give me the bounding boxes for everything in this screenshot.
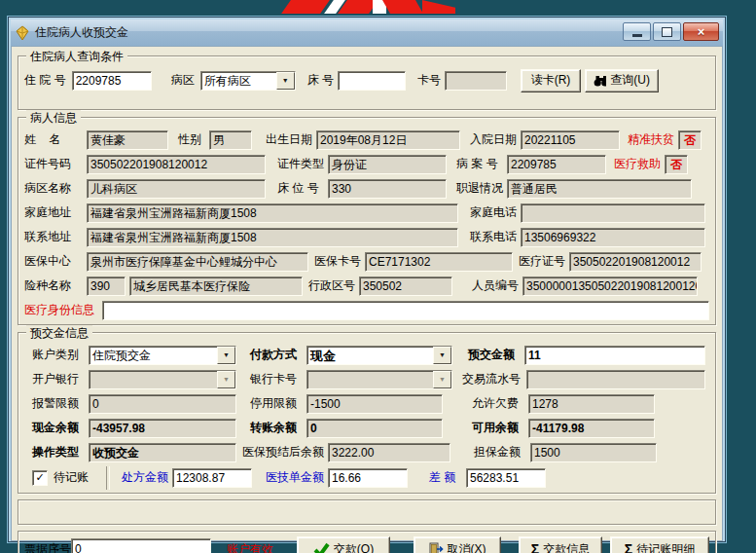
query-group: 住院病人查询条件 住 院 号 病区 所有病区 ▼ 床 号 卡号 读卡(R) — [18, 55, 716, 110]
prepay-row-5: 操作类型 收预交金 医保预结后余额 3222.00 担保金额 1500 — [24, 440, 709, 464]
bank-card-select: ▼ — [306, 370, 452, 389]
diff-amount-input[interactable] — [466, 468, 546, 488]
prepay-row-6: ✓ 待记账 处方金额 医技单金额 差 额 — [24, 464, 709, 491]
transaction-no-field — [526, 370, 705, 389]
alarm-limit-label: 报警限额 — [32, 395, 89, 412]
pending-detail-button[interactable]: Σ 待记账明细 — [610, 536, 709, 553]
pay-method-select[interactable]: 现金 ▼ — [306, 346, 452, 365]
pending-label: 待记账 — [54, 469, 96, 486]
birth-date-label: 出生日期 — [266, 131, 316, 148]
bank-card-value — [307, 371, 433, 388]
rx-amount-label: 处方金额 — [122, 469, 172, 486]
receipt-no-label: 票据序号 — [24, 541, 71, 553]
chevron-down-icon[interactable]: ▼ — [276, 72, 295, 90]
minimize-icon — [632, 34, 642, 37]
medical-identity-input[interactable] — [102, 301, 709, 320]
patient-row-1: 姓 名 黄佳豪 性别 男 出生日期 2019年08月12日 入院日期 20221… — [24, 128, 709, 152]
patient-row-3: 病区名称 儿科病区 床 位 号 330 职退情况 普通居民 — [24, 176, 709, 201]
query-group-title: 住院病人查询条件 — [26, 49, 127, 65]
poverty-field: 否 — [678, 130, 702, 150]
pending-checkbox[interactable]: ✓ — [32, 470, 48, 486]
payment-info-button[interactable]: Σ 交款信息 — [519, 536, 602, 553]
prepay-amount-input[interactable] — [524, 346, 705, 365]
name-field: 黄佳豪 — [87, 130, 168, 150]
tech-amount-label: 医技单金额 — [266, 469, 328, 486]
rx-amount-input[interactable] — [172, 468, 252, 488]
insurance-center-field: 泉州市医疗保障基金中心鲤城分中心 — [87, 252, 308, 272]
chevron-down-icon[interactable]: ▼ — [217, 347, 235, 364]
receipt-no-input[interactable] — [71, 538, 211, 553]
patient-row-6: 医保中心 泉州市医疗保障基金中心鲤城分中心 医保卡号 CE7171302 医疗证… — [24, 249, 709, 274]
ward-name-field: 儿科病区 — [87, 179, 266, 199]
cancel-button[interactable]: 取消(X) — [414, 536, 501, 553]
chevron-down-icon: ▼ — [217, 371, 235, 388]
birth-date-field: 2019年08月12日 — [316, 130, 460, 150]
id-type-field: 身份证 — [328, 155, 447, 174]
available-balance-label: 可用余额 — [472, 420, 528, 436]
bank-label: 开户银行 — [32, 371, 89, 387]
bed-label: 床 号 — [307, 72, 334, 89]
transfer-balance-field: 0 — [306, 419, 443, 438]
binoculars-icon — [594, 75, 606, 87]
bed-input[interactable] — [338, 71, 406, 91]
window-gem-icon — [15, 25, 30, 41]
available-balance-field: -41179.98 — [528, 419, 655, 438]
pay-method-label: 付款方式 — [250, 347, 306, 363]
person-no-field: 3500000135050220190812001201 — [522, 276, 698, 296]
insurance-pre-balance-field: 3222.00 — [328, 443, 450, 462]
patient-row-8: 医疗身份信息 — [24, 298, 709, 322]
guarantee-amount-field: 1500 — [530, 443, 657, 462]
insurance-type-name-field: 城乡居民基本医疗保险 — [129, 276, 303, 296]
title-bar[interactable]: 住院病人收预交金 × — [11, 19, 723, 46]
check-icon: ✓ — [35, 472, 44, 483]
operation-type-field: 收预交金 — [89, 443, 236, 462]
bed-no-label: 床 位 号 — [277, 180, 328, 197]
bank-value — [90, 371, 217, 388]
medical-aid-label: 医疗救助 — [614, 156, 665, 172]
tech-amount-input[interactable] — [328, 468, 408, 488]
account-status-text: 账户有效 — [227, 541, 273, 553]
contact-address-label: 联系地址 — [24, 229, 87, 245]
allow-debt-field: 1278 — [528, 394, 655, 414]
desktop-background: 住院病人收预交金 × 住院病人查询条件 住 院 号 病区 所有病区 ▼ — [0, 0, 756, 553]
insurance-pre-balance-label: 医保预结后余额 — [242, 444, 328, 461]
close-button[interactable]: × — [683, 22, 719, 41]
chevron-down-icon[interactable]: ▼ — [433, 347, 451, 364]
minimize-button[interactable] — [623, 22, 651, 41]
maximize-button[interactable] — [653, 22, 681, 41]
cash-balance-label: 现金余额 — [32, 420, 89, 436]
read-card-button[interactable]: 读卡(R) — [521, 69, 581, 92]
name-label: 姓 名 — [24, 131, 87, 148]
window-title: 住院病人收预交金 — [35, 24, 128, 41]
sigma-icon: Σ — [531, 541, 539, 553]
admission-no-input[interactable] — [72, 71, 152, 91]
contact-address-field: 福建省泉州宝洲路福新商厦1508 — [87, 228, 458, 247]
check-icon — [313, 542, 330, 553]
ward-name-label: 病区名称 — [24, 180, 87, 197]
exit-door-icon — [429, 542, 444, 553]
medical-aid-field: 否 — [665, 155, 688, 174]
chevron-down-icon: ▼ — [433, 371, 451, 388]
bed-no-field: 330 — [328, 179, 447, 199]
patient-row-7: 险种名称 390 城乡居民基本医疗保险 行政区号 350502 人员编号 350… — [24, 274, 709, 298]
pay-button[interactable]: 交款(Q) — [297, 536, 390, 553]
query-button[interactable]: 查询(U) — [585, 69, 659, 92]
home-address-field: 福建省泉州宝洲路福新商厦1508 — [87, 203, 458, 223]
sigma-icon: Σ — [625, 541, 632, 553]
hospital-logo — [280, 0, 455, 14]
insurance-center-label: 医保中心 — [24, 253, 87, 270]
transfer-balance-label: 转账余额 — [250, 420, 306, 436]
account-type-select[interactable]: 住院预交金 ▼ — [89, 346, 236, 365]
prepay-row-1: 账户类别 住院预交金 ▼ 付款方式 现金 ▼ 预交金额 — [24, 343, 709, 367]
account-type-label: 账户类别 — [32, 347, 89, 363]
id-no-field: 350502201908120012 — [87, 155, 266, 174]
employment-field: 普通居民 — [507, 179, 692, 199]
ward-select[interactable]: 所有病区 ▼ — [200, 71, 296, 91]
employment-label: 职退情况 — [456, 180, 507, 197]
prepay-amount-label: 预交金额 — [468, 347, 524, 363]
admit-date-label: 入院日期 — [470, 131, 521, 148]
divider — [106, 466, 110, 490]
pay-method-value: 现金 — [307, 347, 433, 364]
prepay-group: 预交金信息 账户类别 住院预交金 ▼ 付款方式 现金 ▼ 预交金额 — [18, 332, 716, 494]
prepay-group-title: 预交金信息 — [26, 325, 92, 342]
